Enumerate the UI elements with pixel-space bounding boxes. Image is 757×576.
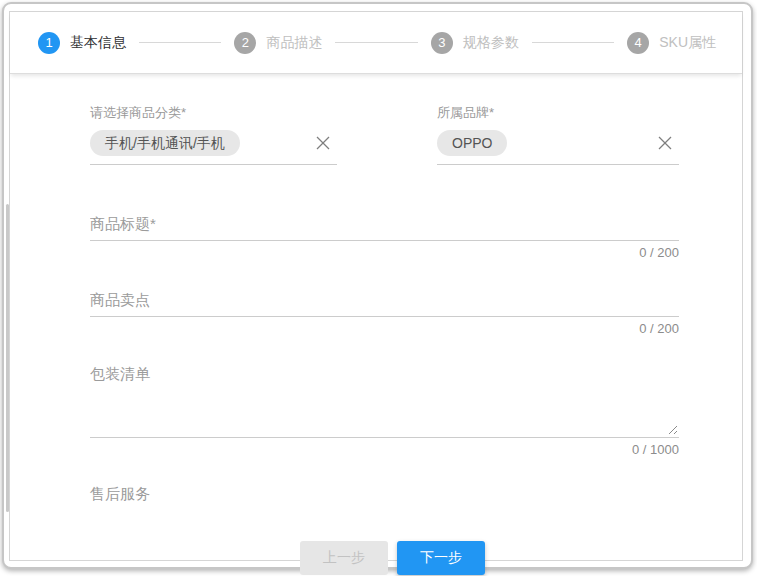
clear-icon[interactable]	[655, 133, 675, 153]
select-row: 请选择商品分类* 手机/手机通讯/手机 所属品牌* OPPO	[90, 104, 679, 165]
step-basic-info[interactable]: 1 基本信息	[38, 32, 126, 54]
step-3-label: 规格参数	[463, 34, 519, 52]
step-2-label: 商品描述	[266, 34, 322, 52]
selling-point-field: 0 / 200	[90, 285, 679, 336]
packing-list-field: 0 / 1000	[90, 361, 679, 457]
category-select[interactable]: 手机/手机通讯/手机	[90, 130, 337, 165]
step-1-label: 基本信息	[70, 34, 126, 52]
category-label: 请选择商品分类*	[90, 104, 337, 122]
brand-select[interactable]: OPPO	[437, 130, 679, 165]
wizard-actions: 上一步 下一步	[90, 541, 679, 575]
product-form-card: 1 基本信息 2 商品描述 3 规格参数 4 SKU属性 请选	[9, 11, 743, 561]
packing-list-counter: 0 / 1000	[90, 442, 679, 457]
step-1-circle: 1	[38, 32, 60, 54]
step-connector	[139, 42, 221, 43]
window-frame: 1 基本信息 2 商品描述 3 规格参数 4 SKU属性 请选	[2, 2, 753, 569]
step-connector	[532, 42, 614, 43]
brand-label: 所属品牌*	[437, 104, 679, 122]
title-field: 0 / 200	[90, 209, 679, 260]
step-4-circle: 4	[627, 32, 649, 54]
next-step-button[interactable]: 下一步	[397, 541, 485, 575]
title-counter: 0 / 200	[90, 245, 679, 260]
category-chip[interactable]: 手机/手机通讯/手机	[90, 130, 240, 156]
category-field: 请选择商品分类* 手机/手机通讯/手机	[90, 104, 337, 165]
step-sku-attrs[interactable]: 4 SKU属性	[627, 32, 716, 54]
step-spec-params[interactable]: 3 规格参数	[431, 32, 519, 54]
step-connector	[335, 42, 417, 43]
step-4-label: SKU属性	[659, 34, 716, 52]
step-description[interactable]: 2 商品描述	[234, 32, 322, 54]
packing-list-textarea[interactable]	[90, 361, 679, 438]
clear-icon[interactable]	[313, 133, 333, 153]
title-input[interactable]	[90, 209, 679, 241]
stepper: 1 基本信息 2 商品描述 3 规格参数 4 SKU属性	[10, 12, 742, 74]
selling-point-input[interactable]	[90, 285, 679, 317]
resize-handle-icon[interactable]	[666, 423, 678, 435]
brand-chip[interactable]: OPPO	[437, 130, 507, 156]
after-sale-label: 售后服务	[90, 485, 679, 504]
prev-step-button[interactable]: 上一步	[300, 541, 388, 575]
brand-field: 所属品牌* OPPO	[437, 104, 679, 165]
step-3-circle: 3	[431, 32, 453, 54]
form-body: 请选择商品分类* 手机/手机通讯/手机 所属品牌* OPPO	[10, 74, 742, 575]
step-2-circle: 2	[234, 32, 256, 54]
selling-point-counter: 0 / 200	[90, 321, 679, 336]
